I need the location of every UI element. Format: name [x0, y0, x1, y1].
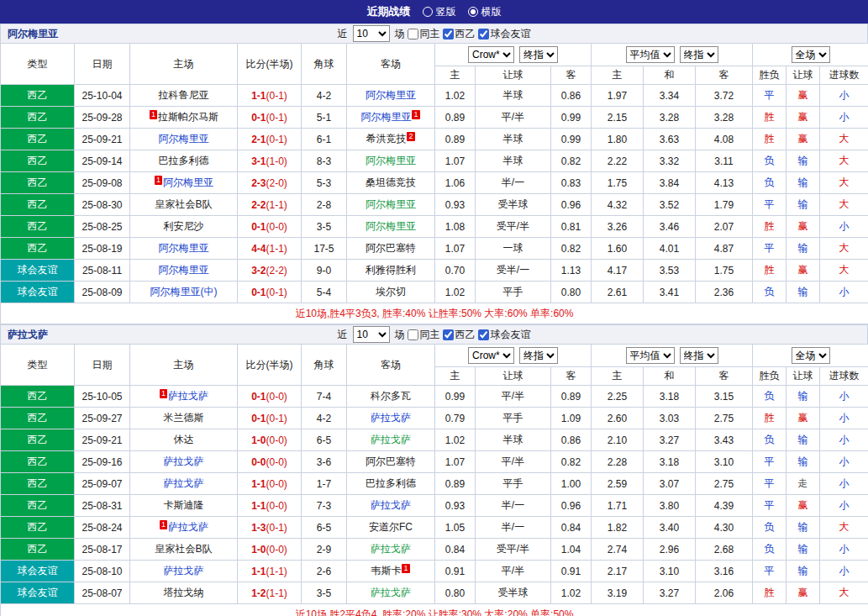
team-link[interactable]: 埃尔切	[376, 286, 406, 297]
home-team-cell[interactable]: 阿尔梅里亚	[130, 260, 238, 282]
scope-select[interactable]: 全场	[792, 347, 830, 364]
team-link[interactable]: 巴拉多利德	[366, 477, 416, 489]
team-link[interactable]: 阿尔巴塞特	[366, 455, 416, 467]
home-team-cell[interactable]: 休达	[130, 429, 238, 451]
team-link[interactable]: 阿尔梅里亚	[159, 133, 209, 145]
team-link[interactable]: 阿尔梅里亚	[159, 242, 209, 254]
team-link[interactable]: 科尔多瓦	[371, 390, 411, 402]
home-team-cell[interactable]: 卡斯迪隆	[130, 495, 238, 517]
home-team-cell[interactable]: 巴拉多利德	[130, 150, 238, 172]
asian-index-select[interactable]: 终指	[519, 347, 558, 364]
away-team-cell[interactable]: 萨拉戈萨	[347, 539, 435, 561]
euro-index-select[interactable]: 终指	[680, 46, 718, 63]
home-team-cell[interactable]: 阿尔梅里亚	[130, 129, 238, 150]
home-team-cell[interactable]: 萨拉戈萨	[130, 473, 238, 495]
team-link[interactable]: 阿尔梅里亚	[366, 89, 416, 101]
team-link[interactable]: 皇家社会B队	[155, 543, 212, 555]
away-team-cell[interactable]: 萨拉戈萨	[347, 408, 435, 429]
filter-same-home-checkbox-input[interactable]	[408, 29, 418, 39]
home-team-cell[interactable]: 1阿尔梅里亚	[130, 172, 238, 194]
away-team-cell[interactable]: 希洪竞技2	[347, 129, 435, 150]
team-link[interactable]: 阿尔梅里亚	[159, 264, 209, 276]
team-link[interactable]: 阿尔梅里亚	[360, 111, 411, 123]
avg-odds-select[interactable]: 平均值	[626, 347, 675, 364]
team-link[interactable]: 休达	[174, 434, 194, 445]
away-team-cell[interactable]: 利雅得胜利	[347, 260, 435, 282]
team-link[interactable]: 萨拉戈萨	[371, 499, 411, 511]
team-link[interactable]: 巴拉多利德	[159, 155, 209, 166]
team-link[interactable]: 阿尔梅里亚	[366, 198, 416, 210]
filter-same-home-checkbox-input[interactable]	[408, 329, 418, 340]
home-team-cell[interactable]: 皇家社会B队	[130, 194, 238, 216]
home-team-cell[interactable]: 萨拉戈萨	[130, 451, 238, 473]
home-team-cell[interactable]: 阿尔梅里亚	[130, 238, 238, 260]
team-link[interactable]: 拉科鲁尼亚	[159, 89, 209, 101]
home-team-cell[interactable]: 1萨拉戈萨	[130, 386, 238, 408]
away-team-cell[interactable]: 阿尔巴塞特	[347, 451, 435, 473]
team-link[interactable]: 韦斯卡	[371, 565, 401, 577]
team-link[interactable]: 米兰德斯	[164, 412, 204, 424]
team-link[interactable]: 阿尔梅里亚	[163, 176, 213, 188]
away-team-cell[interactable]: 阿尔梅里亚	[347, 85, 435, 107]
team-link[interactable]: 阿尔梅里亚	[366, 155, 416, 166]
away-team-cell[interactable]: 萨拉戈萨	[347, 582, 435, 604]
bookmaker-select[interactable]: Crow*	[468, 347, 514, 364]
away-team-cell[interactable]: 阿尔梅里亚	[347, 194, 435, 216]
filter-friendly-checkbox-input[interactable]	[478, 29, 489, 39]
team-link[interactable]: 皇家社会B队	[155, 198, 212, 210]
home-team-cell[interactable]: 拉科鲁尼亚	[130, 85, 238, 107]
filter-league-checkbox[interactable]: 西乙	[443, 328, 476, 342]
team-link[interactable]: 萨拉戈萨	[164, 477, 204, 489]
team-link[interactable]: 希洪竞技	[366, 133, 406, 145]
away-team-cell[interactable]: 巴拉多利德	[347, 473, 435, 495]
filter-league-checkbox-input[interactable]	[443, 29, 454, 39]
home-team-cell[interactable]: 阿尔梅里亚(中)	[130, 282, 238, 303]
away-team-cell[interactable]: 桑坦德竞技	[347, 172, 435, 194]
away-team-cell[interactable]: 阿尔巴塞特	[347, 238, 435, 260]
team-link[interactable]: 萨拉戈萨	[371, 543, 411, 555]
vertical-layout-radio[interactable]: 竖版	[423, 5, 456, 19]
filter-same-home-checkbox[interactable]: 同主	[408, 328, 440, 342]
team-link[interactable]: 萨拉戈萨	[168, 390, 208, 402]
recent-count-select[interactable]: 10	[353, 25, 390, 42]
away-team-cell[interactable]: 阿尔梅里亚	[347, 150, 435, 172]
away-team-cell[interactable]: 韦斯卡1	[347, 561, 435, 582]
filter-league-checkbox[interactable]: 西乙	[443, 27, 476, 41]
filter-friendly-checkbox-input[interactable]	[478, 329, 489, 340]
team-link[interactable]: 萨拉戈萨	[371, 434, 411, 445]
euro-index-select[interactable]: 终指	[680, 347, 718, 364]
away-team-cell[interactable]: 萨拉戈萨	[347, 429, 435, 451]
away-team-cell[interactable]: 埃尔切	[347, 282, 435, 303]
filter-friendly-checkbox[interactable]: 球会友谊	[478, 27, 531, 41]
team-link[interactable]: 拉斯帕尔马斯	[158, 111, 218, 123]
scope-select[interactable]: 全场	[792, 46, 830, 63]
team-link[interactable]: 塔拉戈纳	[164, 587, 204, 598]
home-team-cell[interactable]: 1萨拉戈萨	[130, 517, 238, 539]
horizontal-layout-radio-input[interactable]	[468, 7, 478, 17]
asian-index-select[interactable]: 终指	[519, 46, 558, 63]
team-link[interactable]: 萨拉戈萨	[168, 521, 208, 533]
home-team-cell[interactable]: 萨拉戈萨	[130, 561, 238, 582]
avg-odds-select[interactable]: 平均值	[626, 46, 675, 63]
home-team-cell[interactable]: 塔拉戈纳	[130, 582, 238, 604]
filter-friendly-checkbox[interactable]: 球会友谊	[478, 328, 531, 342]
recent-count-select[interactable]: 10	[353, 326, 390, 343]
team-link[interactable]: 阿尔梅里亚	[366, 220, 416, 232]
filter-league-checkbox-input[interactable]	[443, 329, 454, 340]
filter-same-home-checkbox[interactable]: 同主	[408, 27, 440, 41]
team-link[interactable]: 利雅得胜利	[366, 264, 416, 276]
horizontal-layout-radio[interactable]: 横版	[468, 5, 502, 19]
away-team-cell[interactable]: 阿尔梅里亚	[347, 216, 435, 238]
vertical-layout-radio-input[interactable]	[423, 7, 433, 17]
home-team-cell[interactable]: 利安尼沙	[130, 216, 238, 238]
away-team-cell[interactable]: 科尔多瓦	[347, 386, 435, 408]
team-link[interactable]: 萨拉戈萨	[371, 412, 411, 424]
team-link[interactable]: 卡斯迪隆	[164, 499, 204, 511]
home-team-cell[interactable]: 1拉斯帕尔马斯	[130, 107, 238, 129]
team-link[interactable]: 萨拉戈萨	[164, 455, 204, 467]
team-link[interactable]: 阿尔梅里亚(中)	[150, 286, 218, 297]
team-link[interactable]: 萨拉戈萨	[371, 587, 411, 598]
team-link[interactable]: 阿尔巴塞特	[366, 242, 416, 254]
team-link[interactable]: 萨拉戈萨	[164, 565, 204, 577]
away-team-cell[interactable]: 安道尔FC	[347, 517, 435, 539]
